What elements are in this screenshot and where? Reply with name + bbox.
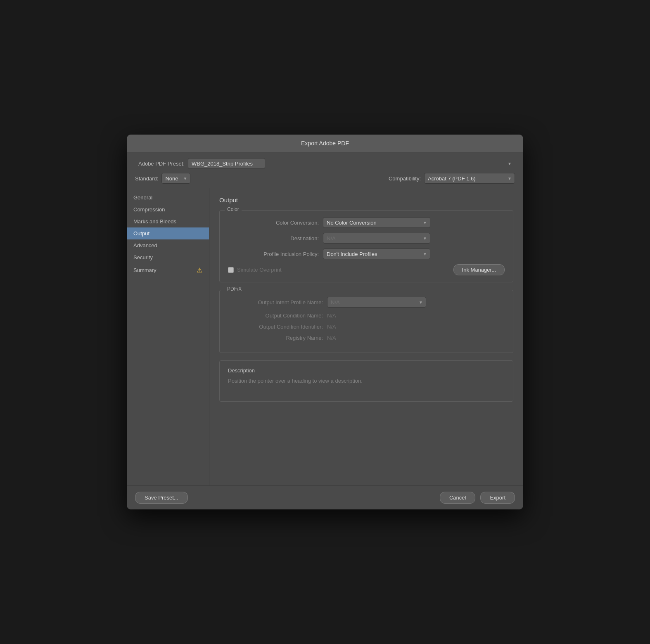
cancel-button[interactable]: Cancel (440, 492, 475, 504)
description-text: Position the pointer over a heading to v… (228, 378, 505, 384)
profile-inclusion-row: Profile Inclusion Policy: Don't Include … (228, 249, 505, 259)
preset-row: Adobe PDF Preset: WBG_2018_Strip Profile… (135, 158, 515, 169)
compat-select[interactable]: Acrobat 7 (PDF 1.6) (424, 173, 515, 184)
dialog-title: Export Adobe PDF (301, 140, 349, 147)
standard-group: Standard: None (135, 173, 190, 184)
export-pdf-dialog: Export Adobe PDF Adobe PDF Preset: WBG_2… (127, 135, 523, 509)
title-bar: Export Adobe PDF (127, 135, 523, 152)
output-condition-name-value: N/A (327, 313, 336, 319)
sidebar-item-compression[interactable]: Compression (127, 204, 209, 215)
bottom-bar: Save Preset... Cancel Export (127, 485, 523, 509)
color-conversion-select[interactable]: No Color Conversion (323, 217, 430, 228)
sidebar-item-marks-bleeds[interactable]: Marks and Bleeds (127, 215, 209, 227)
right-buttons: Cancel Export (440, 492, 515, 504)
color-group: Color Color Conversion: No Color Convers… (219, 210, 513, 282)
export-button[interactable]: Export (480, 492, 515, 504)
sidebar-item-output[interactable]: Output (127, 227, 209, 239)
destination-select-wrap: N/A (323, 233, 430, 244)
sidebar-item-summary[interactable]: Summary ⚠ (127, 263, 209, 277)
warning-icon: ⚠ (197, 266, 202, 274)
registry-name-label: Registry Name: (228, 335, 323, 341)
compat-select-wrap: Acrobat 7 (PDF 1.6) (424, 173, 515, 184)
content-area: Output Color Color Conversion: No Color … (209, 188, 523, 485)
ink-manager-button[interactable]: Ink Manager... (453, 264, 505, 275)
destination-label: Destination: (228, 235, 319, 242)
compatibility-group: Compatibility: Acrobat 7 (PDF 1.6) (389, 173, 515, 184)
preset-select[interactable]: WBG_2018_Strip Profiles (188, 158, 265, 169)
pdfx-group-title: PDF/X (225, 286, 244, 292)
save-preset-button[interactable]: Save Preset... (135, 492, 188, 504)
top-controls: Adobe PDF Preset: WBG_2018_Strip Profile… (127, 152, 523, 188)
standard-select[interactable]: None (161, 173, 190, 184)
registry-name-value: N/A (327, 335, 336, 341)
pdfx-group: PDF/X Output Intent Profile Name: N/A Ou… (219, 290, 513, 353)
standard-select-wrap: None (161, 173, 190, 184)
sidebar-item-security[interactable]: Security (127, 251, 209, 263)
registry-name-row: Registry Name: N/A (228, 335, 505, 341)
profile-inclusion-select-wrap: Don't Include Profiles (323, 249, 430, 259)
description-box: Description Position the pointer over a … (219, 360, 513, 402)
output-condition-identifier-label: Output Condition Identifier: (228, 324, 323, 330)
preset-label: Adobe PDF Preset: (135, 161, 185, 167)
output-intent-label: Output Intent Profile Name: (228, 299, 323, 305)
profile-inclusion-select[interactable]: Don't Include Profiles (323, 249, 430, 259)
output-intent-select-wrap: N/A (327, 297, 426, 308)
preset-select-wrapper: WBG_2018_Strip Profiles (188, 158, 515, 169)
simulate-overprint-label: Simulate Overprint (228, 267, 282, 273)
color-group-title: Color (225, 206, 242, 212)
destination-select[interactable]: N/A (323, 233, 430, 244)
description-title: Description (228, 367, 505, 374)
output-condition-name-label: Output Condition Name: (228, 313, 323, 319)
destination-row: Destination: N/A (228, 233, 505, 244)
profile-inclusion-label: Profile Inclusion Policy: (228, 251, 319, 257)
sidebar-item-advanced[interactable]: Advanced (127, 239, 209, 251)
output-intent-select[interactable]: N/A (327, 297, 426, 308)
color-conversion-row: Color Conversion: No Color Conversion (228, 217, 505, 228)
sidebar-item-general[interactable]: General (127, 192, 209, 204)
output-condition-name-row: Output Condition Name: N/A (228, 313, 505, 319)
simulate-overprint-row: Simulate Overprint Ink Manager... (228, 264, 505, 275)
std-compat-row: Standard: None Compatibility: Acrobat 7 … (135, 173, 515, 184)
output-condition-identifier-value: N/A (327, 324, 336, 330)
main-area: General Compression Marks and Bleeds Out… (127, 188, 523, 485)
sidebar: General Compression Marks and Bleeds Out… (127, 188, 209, 485)
output-intent-profile-row: Output Intent Profile Name: N/A (228, 297, 505, 308)
output-condition-identifier-row: Output Condition Identifier: N/A (228, 324, 505, 330)
color-conversion-select-wrap: No Color Conversion (323, 217, 430, 228)
section-title: Output (219, 197, 513, 204)
compatibility-label: Compatibility: (389, 175, 421, 182)
color-conversion-label: Color Conversion: (228, 220, 319, 226)
simulate-overprint-checkbox[interactable] (228, 267, 234, 273)
standard-label: Standard: (135, 175, 158, 182)
